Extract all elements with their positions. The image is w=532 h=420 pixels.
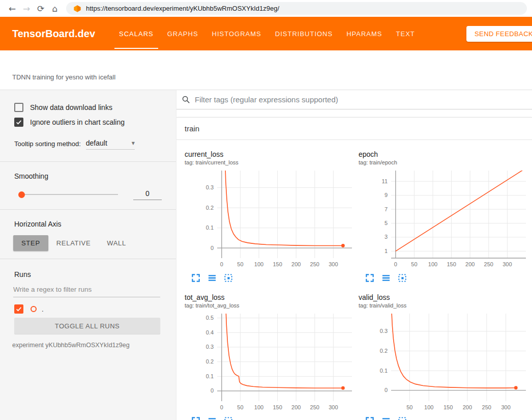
train-section-card: train current_losstag: train/current_los… [176,117,532,420]
smoothing-label: Smoothing [14,172,176,180]
svg-text:150: 150 [444,404,453,410]
divider [0,209,176,210]
section-title: train [185,124,199,133]
smoothing-slider-thumb[interactable] [18,191,25,198]
runs-filter-input[interactable] [13,284,160,297]
chart-plot[interactable]: 05010015020025030000.10.20.30.40.5 [185,311,356,415]
svg-text:150: 150 [273,404,282,410]
smoothing-value[interactable]: 0 [133,189,162,200]
svg-text:150: 150 [273,261,282,267]
run-checkbox[interactable] [14,304,23,314]
fit-domain-icon[interactable] [397,416,407,420]
run-row[interactable]: . [14,304,176,314]
chart-toolbar [185,273,356,285]
chart-toolbar [359,416,530,420]
svg-text:300: 300 [501,404,510,410]
expand-chart-icon[interactable] [365,273,375,283]
svg-text:300: 300 [329,404,338,410]
svg-text:0.1: 0.1 [206,373,214,379]
brand-title[interactable]: TensorBoard.dev [12,28,95,40]
experiment-subheader: TDNN training for yesno with icefall [0,50,532,90]
axis-relative-button[interactable]: RELATIVE [48,235,99,251]
tab-scalars[interactable]: SCALARS [114,17,158,50]
dropdown-caret-icon: ▼ [132,141,135,146]
refresh-icon[interactable]: ⟳ [34,2,48,16]
chart-title: current_loss [185,150,356,158]
url-text[interactable]: https://tensorboard.dev/experiment/yKUbh… [86,5,279,12]
show-download-links-row[interactable]: Show data download links [14,103,168,112]
chart-plot[interactable]: 05010015020025030000.10.20.3 [185,167,356,272]
svg-text:0.4: 0.4 [206,329,214,335]
svg-text:0.1: 0.1 [380,368,388,374]
run-name: . [42,305,44,313]
check-icon [15,305,22,313]
svg-text:0.3: 0.3 [206,344,214,350]
forward-icon[interactable]: → [19,2,34,16]
svg-text:0: 0 [385,387,388,393]
chart-plot[interactable]: 0501001502002503001357911 [359,167,530,272]
expand-chart-icon[interactable] [365,416,375,420]
smoothing-slider-row: 0 [20,189,168,200]
experiment-description: TDNN training for yesno with icefall [12,73,115,81]
svg-text:300: 300 [329,261,338,267]
svg-text:50: 50 [237,404,243,410]
fit-domain-icon[interactable] [223,416,233,420]
tooltip-sorting-dropdown[interactable]: default ▼ [86,139,135,150]
svg-text:3: 3 [385,234,388,240]
browser-chrome: ← → ⟳ ⌂ https://tensorboard.dev/experime… [0,0,532,17]
runs-selector-icon[interactable] [207,273,217,283]
runs-selector-icon[interactable] [381,273,391,283]
tag-filter-row [176,90,532,109]
chart-tag: tag: train/valid_loss [359,302,530,309]
expand-chart-icon[interactable] [191,273,201,283]
ignore-outliers-checkbox[interactable] [14,118,23,127]
header-tabs: SCALARSGRAPHSHISTOGRAMSDISTRIBUTIONSHPAR… [114,17,424,50]
tab-graphs[interactable]: GRAPHS [163,17,203,50]
series-end-dot [341,386,345,390]
fit-domain-icon[interactable] [397,273,407,283]
svg-text:300: 300 [503,261,512,267]
chart-title: epoch [359,150,530,158]
ignore-outliers-row[interactable]: Ignore outliers in chart scaling [14,118,168,127]
check-icon [15,119,22,126]
svg-text:11: 11 [382,178,388,184]
svg-text:100: 100 [254,261,263,267]
tensorboard-favicon [73,5,81,13]
chart-card-epoch: epochtag: train/epoch0501001502002503001… [359,150,530,285]
svg-text:0.2: 0.2 [380,348,388,354]
send-feedback-button[interactable]: SEND FEEDBACK [466,26,532,42]
axis-step-button[interactable]: STEP [13,235,48,251]
chart-plot[interactable]: 5010015020025030000.10.20.3 [359,311,530,415]
tab-hparams[interactable]: HPARAMS [342,17,387,50]
svg-text:50: 50 [411,261,417,267]
svg-text:0.3: 0.3 [380,328,388,334]
svg-text:250: 250 [310,404,319,410]
settings-sidebar: Show data download links Ignore outliers… [0,90,176,420]
axis-wall-button[interactable]: WALL [99,235,134,251]
svg-text:0: 0 [220,261,223,267]
smoothing-slider[interactable] [20,194,118,195]
svg-text:9: 9 [385,192,388,198]
svg-text:100: 100 [428,261,437,267]
section-header[interactable]: train [176,118,532,140]
show-download-links-checkbox[interactable] [14,103,23,112]
home-icon[interactable]: ⌂ [48,2,62,16]
svg-text:100: 100 [424,404,433,410]
toggle-all-runs-button[interactable]: TOGGLE ALL RUNS [14,318,160,334]
tab-text[interactable]: TEXT [392,17,420,50]
expand-chart-icon[interactable] [191,416,201,420]
runs-selector-icon[interactable] [207,416,217,420]
experiment-id: experiment yKUbhb5wRmOSXYkId1z9eg [12,342,176,349]
show-download-links-label: Show data download links [30,103,112,111]
tag-filter-input[interactable] [195,95,532,104]
back-icon[interactable]: ← [5,2,19,16]
runs-selector-icon[interactable] [381,416,391,420]
url-bar[interactable]: https://tensorboard.dev/experiment/yKUbh… [66,2,527,15]
fit-domain-icon[interactable] [223,273,233,283]
svg-text:50: 50 [237,261,243,267]
chart-tag: tag: train/tot_avg_loss [185,302,356,309]
tab-histograms[interactable]: HISTOGRAMS [208,17,266,50]
tab-distributions[interactable]: DISTRIBUTIONS [271,17,337,50]
svg-text:200: 200 [291,404,301,410]
svg-text:250: 250 [310,261,319,267]
